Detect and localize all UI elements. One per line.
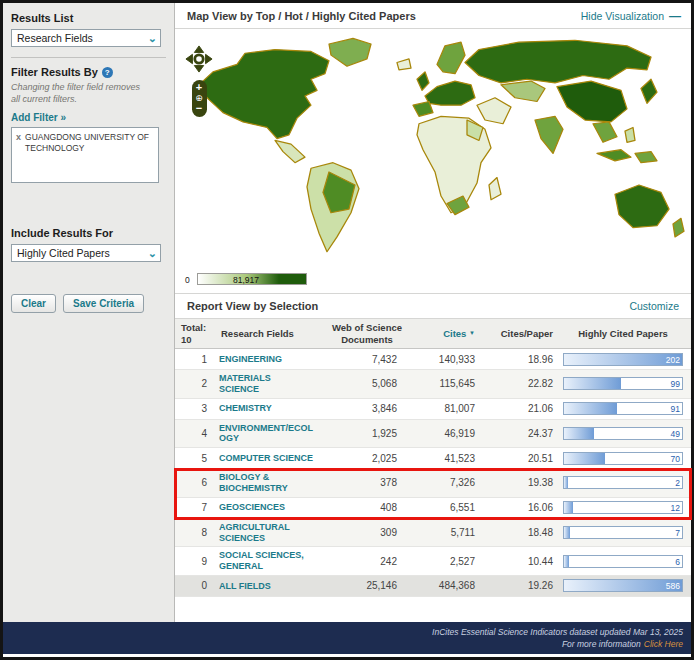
hcp-bar: 49 xyxy=(563,427,683,440)
total-label: Total: xyxy=(181,322,219,333)
docs-cell: 408 xyxy=(323,502,411,513)
map-countries xyxy=(197,38,684,251)
zoom-control: + ⊕ − xyxy=(192,80,207,117)
filter-item-label: GUANGDONG UNIVERSITY OF TECHNOLOGY xyxy=(25,132,154,153)
highlight-annotation: 6 BIOLOGY & BIOCHEMISTRY 378 7,326 19.38… xyxy=(175,469,691,519)
hcp-cell: 202 xyxy=(561,353,685,366)
zoom-out-button[interactable]: − xyxy=(192,103,207,114)
hcp-bar-fill xyxy=(564,502,573,513)
sidebar: Results List Research Fields ⌄ Filter Re… xyxy=(3,3,175,622)
include-results-dropdown[interactable]: Highly Cited Papers ⌄ xyxy=(11,244,161,262)
results-list-dropdown[interactable]: Research Fields ⌄ xyxy=(11,29,161,47)
add-filter-link[interactable]: Add Filter » xyxy=(11,112,66,123)
cites-cell: 484,368 xyxy=(411,580,483,591)
hcp-bar: 99 xyxy=(563,377,683,390)
results-list-heading: Results List xyxy=(11,12,166,24)
total-header: Total: 10 xyxy=(181,322,219,345)
table-row: 6 BIOLOGY & BIOCHEMISTRY 378 7,326 19.38… xyxy=(175,469,691,498)
table-row: 2 MATERIALS SCIENCE 5,068 115,645 22.82 … xyxy=(175,370,691,399)
world-map[interactable]: + ⊕ − xyxy=(175,29,691,267)
hcp-bar: 12 xyxy=(563,501,683,514)
hcp-bar-fill xyxy=(564,378,621,389)
clear-button[interactable]: Clear xyxy=(11,294,56,313)
table-row: 9 SOCIAL SCIENCES, GENERAL 242 2,527 10.… xyxy=(175,547,691,576)
legend-max-label: 81,917 xyxy=(233,275,259,285)
cites-per-paper-cell: 19.38 xyxy=(483,477,561,488)
hcp-cell: 2 xyxy=(561,476,685,489)
help-icon[interactable]: ? xyxy=(102,67,113,78)
hcp-bar: 6 xyxy=(563,555,683,568)
docs-cell: 3,846 xyxy=(323,403,411,414)
field-link[interactable]: ENGINEERING xyxy=(219,354,323,365)
field-link[interactable]: AGRICULTURAL SCIENCES xyxy=(219,522,323,544)
cites-per-paper-cell: 19.26 xyxy=(483,580,561,591)
cites-per-paper-cell: 18.48 xyxy=(483,527,561,538)
cites-per-paper-cell: 10.44 xyxy=(483,556,561,567)
table-row: 7 GEOSCIENCES 408 6,551 16.06 12 xyxy=(175,498,691,519)
docs-cell: 5,068 xyxy=(323,378,411,389)
results-table: Total: 10 Research Fields Web of Science… xyxy=(175,319,691,597)
click-here-link[interactable]: Click Here xyxy=(644,639,683,649)
column-header-research-fields[interactable]: Research Fields xyxy=(219,328,323,339)
cites-per-paper-cell: 24.37 xyxy=(483,428,561,439)
rank-cell: 6 xyxy=(181,477,219,488)
cites-cell: 41,523 xyxy=(411,453,483,464)
field-link[interactable]: SOCIAL SCIENCES, GENERAL xyxy=(219,550,323,572)
field-link[interactable]: ALL FIELDS xyxy=(219,581,323,592)
world-map-svg[interactable] xyxy=(179,31,685,261)
footer-info-line: For more informationClick Here xyxy=(3,638,683,650)
hcp-cell: 586 xyxy=(561,579,685,592)
docs-cell: 378 xyxy=(323,477,411,488)
chevron-down-icon: ⌄ xyxy=(148,248,157,258)
remove-filter-icon[interactable]: x xyxy=(16,132,21,153)
table-row-all-fields: 0 ALL FIELDS 25,146 484,368 19.26 586 xyxy=(175,576,691,597)
cites-per-paper-cell: 21.06 xyxy=(483,403,561,414)
zoom-in-button[interactable]: + xyxy=(192,82,207,93)
docs-cell: 242 xyxy=(323,556,411,567)
sidebar-divider xyxy=(11,57,166,58)
field-link[interactable]: BIOLOGY & BIOCHEMISTRY xyxy=(219,472,323,494)
sort-desc-icon: ▼ xyxy=(469,330,475,336)
hcp-value: 586 xyxy=(666,580,680,592)
cites-per-paper-cell: 20.51 xyxy=(483,453,561,464)
column-header-highly-cited[interactable]: Highly Cited Papers xyxy=(561,328,685,339)
footer: InCites Essential Science Indicators dat… xyxy=(3,622,691,654)
cites-per-paper-cell: 22.82 xyxy=(483,378,561,389)
field-link[interactable]: ENVIRONMENT/ECOLOGY xyxy=(219,423,323,445)
hcp-value: 70 xyxy=(671,453,680,465)
include-results-selected: Highly Cited Papers xyxy=(17,247,110,259)
save-criteria-button[interactable]: Save Criteria xyxy=(63,294,144,313)
app-window: Results List Research Fields ⌄ Filter Re… xyxy=(0,0,694,660)
field-link[interactable]: MATERIALS SCIENCE xyxy=(219,373,323,395)
column-header-cites[interactable]: Cites ▼ xyxy=(411,328,483,339)
pan-control-icon[interactable] xyxy=(185,45,213,73)
hcp-bar: 202 xyxy=(563,353,683,366)
hcp-bar: 70 xyxy=(563,452,683,465)
hcp-cell: 70 xyxy=(561,452,685,465)
table-row: 4 ENVIRONMENT/ECOLOGY 1,925 46,919 24.37… xyxy=(175,420,691,449)
customize-link[interactable]: Customize xyxy=(629,300,679,312)
hcp-cell: 99 xyxy=(561,377,685,390)
hcp-value: 2 xyxy=(675,477,680,489)
column-header-documents[interactable]: Web of Science Documents xyxy=(323,322,411,345)
hide-visualization-link[interactable]: Hide Visualization — xyxy=(581,10,681,22)
column-header-cites-per-paper[interactable]: Cites/Paper xyxy=(483,328,561,339)
map-view-title: Map View by Top / Hot / Highly Cited Pap… xyxy=(187,10,416,22)
results-list-selected: Research Fields xyxy=(17,32,93,44)
field-link[interactable]: CHEMISTRY xyxy=(219,403,323,414)
map-controls: + ⊕ − xyxy=(185,45,213,117)
filter-by-heading: Filter Results By xyxy=(11,66,98,78)
hide-visualization-label: Hide Visualization xyxy=(581,10,664,22)
field-link[interactable]: COMPUTER SCIENCE xyxy=(219,453,323,464)
rank-cell: 3 xyxy=(181,403,219,414)
cites-cell: 7,326 xyxy=(411,477,483,488)
rank-cell: 0 xyxy=(181,580,219,591)
hcp-bar-fill xyxy=(564,477,568,488)
hcp-value: 49 xyxy=(671,428,680,440)
rank-cell: 9 xyxy=(181,556,219,567)
hcp-value: 99 xyxy=(671,378,680,390)
field-link[interactable]: GEOSCIENCES xyxy=(219,502,323,513)
filter-item: x GUANGDONG UNIVERSITY OF TECHNOLOGY xyxy=(16,132,154,153)
hcp-bar: 7 xyxy=(563,526,683,539)
cites-cell: 140,933 xyxy=(411,354,483,365)
